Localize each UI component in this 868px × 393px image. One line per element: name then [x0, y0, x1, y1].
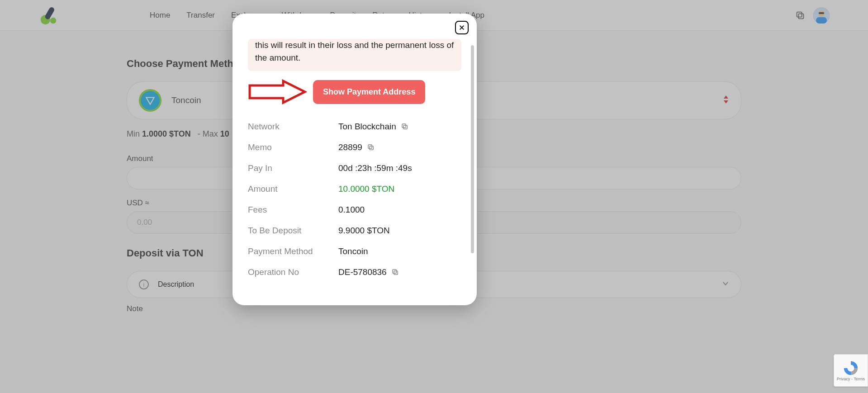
warning-message: this will result in their loss and the p… — [248, 39, 461, 71]
copy-memo-icon[interactable] — [367, 143, 375, 152]
svg-rect-11 — [370, 146, 373, 150]
copy-network-icon[interactable] — [401, 123, 409, 131]
copy-operation-no-icon[interactable] — [391, 268, 399, 276]
show-payment-address-button[interactable]: Show Payment Address — [313, 80, 425, 104]
svg-rect-13 — [394, 271, 398, 275]
row-memo: Memo 28899 — [248, 137, 461, 158]
svg-rect-9 — [403, 125, 407, 129]
row-network: Network Ton Blockchain — [248, 116, 461, 137]
row-fees: Fees 0.1000 — [248, 199, 461, 220]
modal-scrollbar[interactable] — [471, 45, 474, 253]
row-to-be-deposit: To Be Deposit 9.9000 $TON — [248, 220, 461, 241]
row-operation-no: Operation No DE-5780836 — [248, 262, 461, 283]
svg-rect-10 — [402, 124, 406, 128]
row-payment-method: Payment Method Toncoin — [248, 241, 461, 262]
svg-rect-14 — [393, 270, 396, 273]
attention-arrow-icon — [248, 79, 307, 104]
row-amount: Amount 10.0000 $TON — [248, 179, 461, 199]
recaptcha-badge: Privacy - Terms — [834, 354, 868, 387]
svg-rect-12 — [368, 145, 372, 148]
row-payin: Pay In 00d :23h :59m :49s — [248, 158, 461, 179]
deposit-confirm-modal: this will result in their loss and the p… — [232, 14, 477, 305]
close-button[interactable] — [455, 21, 469, 34]
